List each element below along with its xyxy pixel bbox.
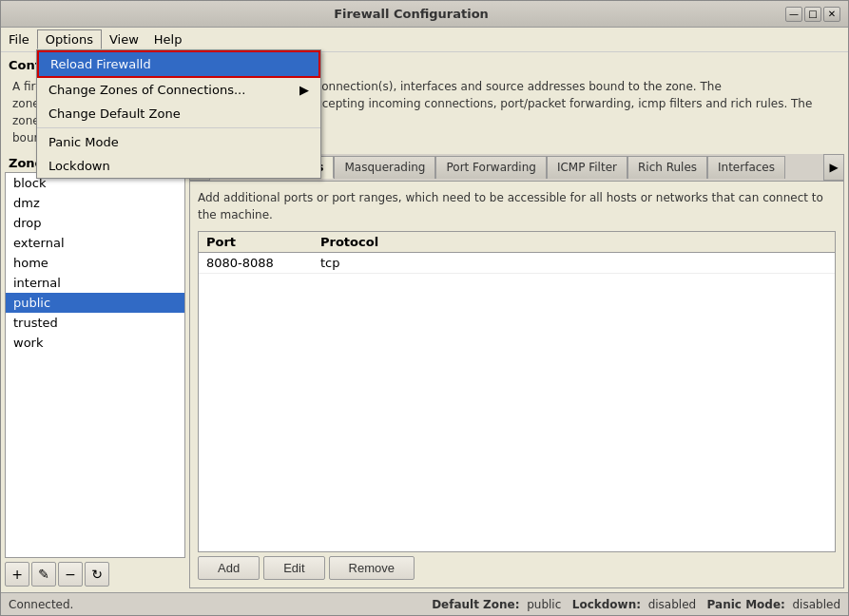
menu-reload-firewalld[interactable]: Reload Firewalld xyxy=(37,50,320,78)
close-button[interactable]: ✕ xyxy=(823,7,840,22)
tab-panel: ◀ Services Ports Masquerading Port Forwa… xyxy=(189,154,844,588)
menu-panic-mode[interactable]: Panic Mode xyxy=(37,130,320,154)
edit-button[interactable]: Edit xyxy=(263,556,324,580)
zone-trusted[interactable]: trusted xyxy=(6,313,184,333)
minimize-button[interactable]: — xyxy=(785,7,802,22)
status-connected: Connected. xyxy=(9,598,73,611)
status-right: Default Zone: public Lockdown: disabled … xyxy=(432,598,840,611)
tab-port-forwarding[interactable]: Port Forwarding xyxy=(435,156,546,179)
maximize-button[interactable]: □ xyxy=(804,7,821,22)
tab-nav-right[interactable]: ▶ xyxy=(823,154,844,181)
tab-icmp-filter[interactable]: ICMP Filter xyxy=(547,156,627,179)
menu-options[interactable]: Options xyxy=(37,29,102,49)
zone-remove-button[interactable]: − xyxy=(58,562,83,587)
menu-view[interactable]: View xyxy=(102,30,146,48)
zone-edit-button[interactable]: ✎ xyxy=(31,562,56,587)
add-button[interactable]: Add xyxy=(198,556,260,580)
zone-dmz[interactable]: dmz xyxy=(6,193,184,213)
options-dropdown-menu: Reload Firewalld Change Zones of Connect… xyxy=(36,49,321,179)
zone-internal[interactable]: internal xyxy=(6,273,184,293)
menu-file[interactable]: File xyxy=(1,30,37,48)
remove-button[interactable]: Remove xyxy=(329,556,415,580)
separator-1 xyxy=(37,127,320,128)
status-bar: Connected. Default Zone: public Lockdown… xyxy=(1,592,848,615)
lockdown-value: disabled xyxy=(648,598,697,611)
cell-protocol-1: tcp xyxy=(320,256,340,270)
default-zone-value: public xyxy=(527,598,561,611)
table-header: Port Protocol xyxy=(199,232,835,253)
lockdown-label: Lockdown: xyxy=(572,598,641,611)
panic-value: disabled xyxy=(792,598,840,611)
zone-external[interactable]: external xyxy=(6,233,184,253)
tab-content-ports: Add additional ports or port ranges, whi… xyxy=(189,182,844,588)
tab-interfaces[interactable]: Interfaces xyxy=(707,156,785,179)
zone-toolbar: + ✎ − ↻ xyxy=(5,560,185,588)
zone-list: block dmz drop external home internal pu… xyxy=(5,172,185,558)
title-bar: Firewall Configuration — □ ✕ xyxy=(1,1,848,28)
window-title: Firewall Configuration xyxy=(37,7,785,21)
panic-label: Panic Mode: xyxy=(707,598,785,611)
menu-change-zones[interactable]: Change Zones of Connections... ▶ xyxy=(37,78,320,102)
default-zone-label: Default Zone: xyxy=(432,598,519,611)
menu-lockdown[interactable]: Lockdown xyxy=(37,154,320,178)
zone-drop[interactable]: drop xyxy=(6,213,184,233)
content-area: Zone block dmz drop external home intern… xyxy=(5,154,844,588)
zone-public[interactable]: public xyxy=(6,293,184,313)
header-port: Port xyxy=(206,235,320,249)
action-buttons: Add Edit Remove xyxy=(198,556,836,580)
window-controls: — □ ✕ xyxy=(785,7,840,22)
submenu-arrow-icon: ▶ xyxy=(299,83,309,97)
ports-table: Port Protocol 8080-8088 tcp xyxy=(198,231,836,552)
zone-home[interactable]: home xyxy=(6,253,184,273)
cell-port-1: 8080-8088 xyxy=(206,256,320,270)
tab-rich-rules[interactable]: Rich Rules xyxy=(627,156,707,179)
zone-work[interactable]: work xyxy=(6,333,184,353)
tab-masquerading[interactable]: Masquerading xyxy=(334,156,435,179)
zone-add-button[interactable]: + xyxy=(5,562,29,587)
ports-description: Add additional ports or port ranges, whi… xyxy=(198,189,836,223)
menu-change-default-zone[interactable]: Change Default Zone xyxy=(37,102,320,125)
zone-reload-button[interactable]: ↻ xyxy=(85,562,109,587)
menu-help[interactable]: Help xyxy=(146,30,190,48)
table-row[interactable]: 8080-8088 tcp xyxy=(199,253,835,274)
header-protocol: Protocol xyxy=(320,235,378,249)
zone-panel: Zone block dmz drop external home intern… xyxy=(5,154,185,588)
